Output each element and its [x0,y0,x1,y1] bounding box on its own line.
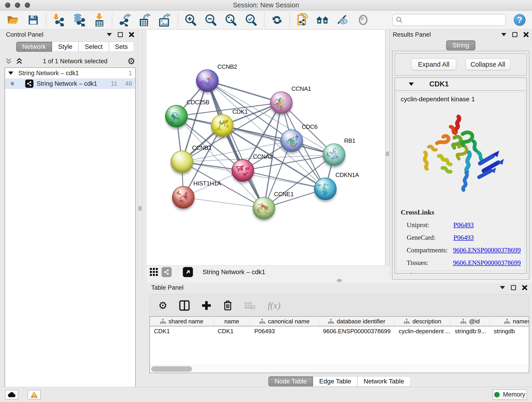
view-grid-icon[interactable] [150,268,158,276]
warnings-button[interactable] [27,390,41,400]
tab-node-table[interactable]: Node Table [268,376,313,386]
detach-view-icon[interactable] [183,267,193,277]
network-node-cdc25b[interactable] [165,105,188,128]
table-cell[interactable]: CDK1 [150,326,214,336]
maximize-panel-icon[interactable] [511,285,516,290]
network-edge[interactable] [243,171,325,189]
network-node-cdc6[interactable] [280,129,303,152]
network-node-ccnb1[interactable] [171,151,193,173]
minimize-window-icon[interactable] [15,2,20,8]
network-edge[interactable] [207,81,264,208]
close-panel-icon[interactable] [523,32,529,37]
crosslink-link[interactable]: 9606.ENSP00000378699 [453,259,521,267]
column-header-name[interactable]: name [214,317,250,326]
tab-style[interactable]: Style [52,42,79,52]
table-cell[interactable]: CDK1 [214,326,250,336]
network-edge[interactable] [207,81,281,103]
float-panel-icon[interactable] [107,33,112,36]
show-eye-icon[interactable] [356,13,370,27]
network-node-ccnb2[interactable] [196,70,219,92]
table-cell[interactable]: cyclin-dependent ... [394,326,451,336]
network-edge[interactable] [183,197,264,208]
add-column-icon[interactable] [202,301,211,310]
save-session-icon[interactable] [27,13,40,27]
expand-all-networks-icon[interactable] [16,57,23,65]
collapse-all-networks-icon[interactable] [5,57,12,65]
collapse-collection-icon[interactable] [8,71,13,75]
scrollbar-thumb[interactable] [151,366,192,372]
column-header-shared-name[interactable]: shared name [150,317,214,326]
float-panel-icon[interactable] [500,286,505,289]
crosslink-link[interactable]: P06493 [453,234,474,241]
delete-column-icon[interactable] [223,300,232,311]
tab-sets[interactable]: Sets [109,42,134,52]
import-table-icon[interactable] [93,13,106,27]
table-row[interactable]: CDK1CDK1P064939606.ENSP00000378699cyclin… [150,326,529,336]
right-splitter[interactable] [385,30,389,278]
network-row[interactable]: String Network – cdk1 11 48 [5,78,135,89]
zoom-window-icon[interactable] [25,2,30,8]
zoom-fit-icon[interactable] [225,13,238,27]
network-node-ccna2[interactable] [232,159,254,182]
tab-edge-table[interactable]: Edge Table [313,376,357,386]
column-header--id[interactable]: @id [451,317,490,326]
collapse-entry-icon[interactable] [409,83,414,86]
search-field[interactable] [392,14,506,26]
table-cell[interactable]: 9606.ENSP00000378699 [319,326,394,336]
zoom-out-icon[interactable] [204,13,218,27]
open-session-icon[interactable] [6,13,20,27]
hide-selected-icon[interactable] [336,13,350,27]
import-network-icon[interactable] [52,13,65,27]
column-header-description[interactable]: description [394,317,451,326]
tab-string[interactable]: String [446,40,475,51]
help-icon[interactable]: ? [514,14,526,26]
network-node-ccne1[interactable] [253,197,275,219]
view-network-icon[interactable] [162,267,172,277]
collapse-all-button[interactable]: Collapse All [465,59,510,70]
close-window-icon[interactable] [5,2,10,8]
tab-network[interactable]: Network [16,42,52,52]
home-pages-icon[interactable] [316,13,329,27]
crosslink-link[interactable]: 9606.ENSP00000378699 [453,246,521,254]
close-panel-icon[interactable] [522,285,527,290]
float-panel-icon[interactable] [501,33,506,36]
network-node-ccna1[interactable] [270,91,293,114]
network-canvas[interactable]: CCNB2CCNA1CDC25BCDK1CDC6RB1CCNB1CCNA2CDK… [147,30,385,265]
tab-network-table[interactable]: Network Table [357,376,410,386]
table-cell[interactable]: P06493 [250,326,319,336]
export-table-icon[interactable] [138,13,152,27]
zoom-selected-icon[interactable] [245,13,258,27]
table-cell[interactable]: stringdb:9... [451,326,490,336]
close-panel-icon[interactable] [129,32,134,37]
maximize-panel-icon[interactable] [118,32,123,37]
search-input[interactable] [403,17,499,24]
splitter-handle[interactable] [337,279,342,282]
share-document-icon[interactable] [296,13,309,27]
network-edges[interactable] [147,30,385,265]
crosslink-link[interactable]: P06493 [453,221,474,229]
table-cell[interactable]: stringdb [490,326,529,336]
network-node-cdk1[interactable] [211,114,234,137]
table-options-gear-icon[interactable]: ⚙ [158,300,167,311]
crosslink-link[interactable]: P06493 [453,272,474,274]
tab-select[interactable]: Select [79,42,109,52]
cloud-status-button[interactable] [5,390,18,400]
column-header-canonical-name[interactable]: canonical name [250,317,319,326]
maximize-panel-icon[interactable] [512,32,517,37]
column-header-namespace[interactable]: namespace [490,317,529,326]
horizontal-scrollbar[interactable] [150,365,529,373]
zoom-in-icon[interactable] [184,13,197,27]
splitter-handle[interactable] [138,206,142,211]
network-options-gear-icon[interactable]: ⚙ [127,57,135,65]
refresh-icon[interactable] [270,13,284,27]
export-image-icon[interactable] [158,13,172,27]
network-node-rb1[interactable] [323,143,345,166]
splitter-handle[interactable] [386,151,389,156]
import-network-from-database-icon[interactable] [72,13,86,27]
network-collection-row[interactable]: String Network – cdk1 1 [5,68,135,78]
show-columns-icon[interactable] [179,300,190,311]
network-node-cdkn1a[interactable] [314,178,336,200]
network-node-hist1h1a[interactable] [172,186,195,209]
memory-button[interactable]: Memory [493,389,527,400]
export-network-icon[interactable] [118,13,132,27]
